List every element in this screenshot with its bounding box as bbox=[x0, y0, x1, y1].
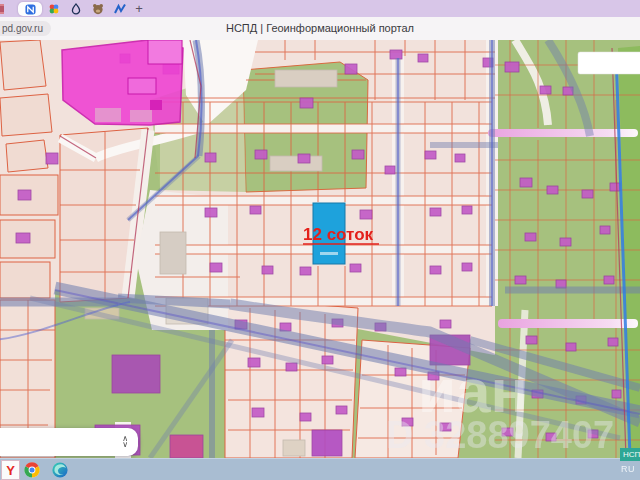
url-chip[interactable]: pd.gov.ru bbox=[0, 21, 51, 36]
map-canvas[interactable]: иан D 328897407 12 соток bbox=[0, 40, 640, 458]
search-input[interactable] bbox=[0, 428, 122, 456]
cropped-favicon[interactable] bbox=[0, 3, 8, 15]
browser-tab-strip: + bbox=[0, 0, 640, 17]
map-tooltip bbox=[578, 52, 640, 74]
taskbar-edge[interactable] bbox=[52, 462, 68, 478]
water-drop-favicon[interactable] bbox=[70, 3, 82, 15]
nspd-corner-chip: НСП bbox=[620, 448, 640, 461]
taskbar-chrome[interactable] bbox=[24, 462, 40, 478]
page-title: НСПД | Геоинформационный портал bbox=[0, 17, 640, 40]
nspd-favicon bbox=[25, 4, 36, 15]
map-magenta-parcel bbox=[62, 40, 183, 125]
language-indicator[interactable]: RU bbox=[621, 464, 635, 474]
taskbar-yandex-browser[interactable]: Y bbox=[1, 460, 20, 480]
stepper-down-icon[interactable]: ∨ bbox=[122, 442, 128, 448]
svg-text:12 соток: 12 соток bbox=[303, 225, 374, 244]
yandex-icon: Y bbox=[6, 463, 15, 478]
watermark-id: D 328897407 bbox=[386, 414, 614, 456]
browser-address-bar: НСПД | Геоинформационный портал pd.gov.r… bbox=[0, 17, 640, 41]
blue-zigzag-favicon[interactable] bbox=[114, 3, 126, 15]
value-stepper[interactable]: ∧ ∨ bbox=[122, 436, 128, 448]
bear-favicon[interactable] bbox=[92, 3, 104, 15]
map-search-box[interactable]: ∧ ∨ bbox=[0, 428, 138, 456]
parcel-area-label: 12 соток bbox=[303, 225, 379, 244]
desktop: + НСПД | Геоинформационный портал pd.gov… bbox=[0, 0, 640, 480]
new-tab-button[interactable]: + bbox=[131, 0, 147, 17]
active-tab[interactable] bbox=[18, 2, 42, 16]
taskbar: Y RU bbox=[0, 458, 640, 480]
google-colors-favicon[interactable] bbox=[48, 3, 60, 15]
